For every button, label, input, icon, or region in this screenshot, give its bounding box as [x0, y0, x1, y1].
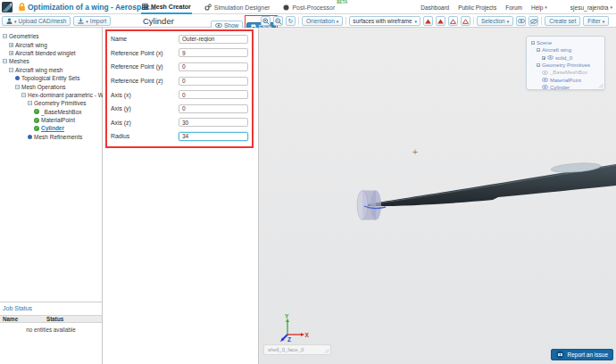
camera-icon [556, 351, 564, 359]
tree-item-geometry-primitives[interactable]: −Geometry Primitives [0, 99, 102, 107]
expand-icon[interactable]: + [9, 51, 13, 55]
eye-icon[interactable] [542, 78, 548, 82]
collapse-icon[interactable]: − [9, 68, 13, 72]
cad-buttons: ▾ Upload CAD/mesh ▾ Import [2, 16, 111, 26]
eye-icon[interactable] [547, 55, 554, 60]
scene-tree-panel[interactable]: −Scene −Aircraft wing + solid_0 −Geometr… [526, 36, 605, 90]
tree-item-basemeshbox[interactable]: ✓_BaseMeshBox [0, 108, 102, 116]
mesh-quality-button-1[interactable] [423, 16, 433, 26]
visibility-off-button[interactable] [529, 16, 538, 26]
selection-dropdown[interactable]: Selection▾ [477, 16, 513, 26]
import-button[interactable]: ▾ Import [73, 16, 111, 26]
field-label: Axis (x) [111, 92, 179, 98]
create-set-button[interactable]: Create set [545, 16, 580, 26]
field-label: Reference Point (x) [111, 50, 179, 56]
collapse-icon[interactable]: − [537, 48, 540, 52]
expand-icon[interactable]: + [542, 56, 545, 60]
user-menu[interactable]: sjesu_rajendra▾ [570, 4, 612, 11]
caret-down-icon: ▾ [603, 19, 605, 24]
nav-dashboard[interactable]: Dashboard [420, 4, 449, 11]
zoom-in-icon [262, 18, 270, 25]
scene-item-materialpoint[interactable]: MaterialPoint [529, 76, 603, 83]
cylinder-form-panel: Name Reference Point (x) Reference Point… [103, 28, 259, 364]
mesh-quality-button-3[interactable] [448, 16, 458, 26]
ref-point-z-input[interactable] [179, 77, 248, 86]
top-nav: Dashboard Public Projects Forum Help▾ sj… [420, 0, 612, 14]
collapse-icon[interactable]: − [3, 59, 7, 63]
collapse-icon[interactable]: − [3, 34, 7, 38]
tree-item-topological-entity-sets[interactable]: Topological Entity Sets [0, 74, 102, 82]
reset-view-button[interactable]: ↻ [286, 16, 296, 26]
tab-post-processor[interactable]: Post-Processor BETA [282, 0, 336, 14]
zoom-out-button[interactable] [273, 16, 283, 26]
ref-point-x-input[interactable] [179, 48, 248, 57]
mesh-quality-button-2[interactable] [436, 16, 445, 26]
scene-item-basemeshbox[interactable]: _BaseMeshBox [529, 69, 603, 76]
tab-mesh-creator[interactable]: Mesh Creator [141, 0, 192, 14]
collapse-icon[interactable]: − [531, 41, 535, 45]
orientation-dropdown[interactable]: Orientation▾ [302, 16, 343, 26]
ref-point-y-input[interactable] [179, 62, 248, 71]
eye-icon[interactable] [542, 70, 548, 75]
upload-cad-button[interactable]: ▾ Upload CAD/mesh [2, 16, 71, 26]
job-status-col-status: Status [46, 316, 63, 322]
mesh-quality-button-4[interactable] [461, 16, 470, 26]
scene-item-geometry-primitives[interactable]: −Geometry Primitives [529, 62, 603, 69]
scene-item-aircraft-wing[interactable]: −Aircraft wing [529, 46, 603, 54]
check-icon: ✓ [34, 126, 39, 131]
collapse-icon[interactable]: − [15, 85, 20, 89]
viewport-toolbar: ↻ Orientation▾ surfaces with wireframe▾ … [261, 16, 614, 26]
expand-icon[interactable]: + [9, 43, 13, 47]
name-input[interactable] [179, 35, 248, 44]
field-label: Reference Point (z) [111, 78, 179, 84]
scene-item-cylinder[interactable]: Cylinder [529, 84, 603, 91]
tree-item-aircraft-blended-winglet[interactable]: +Aircraft blended winglet [0, 49, 102, 57]
tab-label: Post-Processor [292, 4, 335, 11]
zoom-in-button[interactable] [261, 16, 271, 26]
field-row-ref-y: Reference Point (y) [111, 60, 248, 74]
app-logo[interactable] [2, 2, 12, 12]
scene-item-solid-0[interactable]: + solid_0 [529, 54, 603, 62]
filter-dropdown[interactable]: Filter▾ [583, 16, 609, 26]
axis-z-input[interactable] [179, 118, 248, 127]
visibility-on-button[interactable] [516, 16, 526, 26]
viewport[interactable]: + −Scene −Aircraft wing + solid_0 −Geome… [259, 28, 616, 364]
user-icon [6, 18, 12, 24]
toolbar-separator [298, 17, 299, 25]
tree-item-hex-dominant-parametric[interactable]: −Hex-dominant parametric - Wing [0, 91, 102, 99]
collapse-icon[interactable]: − [21, 93, 26, 97]
render-mode-select[interactable]: surfaces with wireframe▾ [349, 16, 420, 26]
workflow-tabs: Mesh Creator Simulation Designer Post-Pr… [141, 0, 336, 14]
nav-help[interactable]: Help▾ [531, 4, 547, 11]
grid-icon [142, 4, 148, 10]
tab-label: Mesh Creator [151, 4, 191, 10]
resize-handle-icon[interactable] [598, 83, 604, 88]
field-row-ref-z: Reference Point (z) [111, 74, 248, 88]
tree-item-geometries[interactable]: −Geometries [0, 32, 102, 40]
collapse-icon[interactable]: − [28, 101, 32, 105]
eye-icon [518, 19, 525, 23]
report-issue-button[interactable]: Report an issue [551, 349, 613, 360]
tree-item-mesh-operations[interactable]: −Mesh Operations [0, 82, 102, 90]
tree-item-mesh-refinements[interactable]: Mesh Refinements [0, 133, 102, 141]
scene-item-scene[interactable]: −Scene [529, 39, 603, 46]
tree-item-meshes[interactable]: −Meshes [0, 57, 102, 65]
tree-item-cylinder[interactable]: ✓Cylinder [0, 124, 102, 132]
field-label: Axis (z) [111, 120, 179, 126]
tree-item-aircraft-wing[interactable]: +Aircraft wing [0, 40, 102, 48]
field-label: Radius [111, 133, 179, 139]
toolbar-separator [473, 17, 474, 25]
tree-item-materialpoint[interactable]: ✓MaterialPoint [0, 116, 102, 124]
nav-forum[interactable]: Forum [505, 4, 522, 11]
axis-y-input[interactable] [179, 104, 248, 113]
tree-item-aircraft-wing-mesh[interactable]: −Aircraft wing mesh [0, 66, 102, 74]
tab-simulation-designer[interactable]: Simulation Designer [204, 0, 271, 14]
nav-public-projects[interactable]: Public Projects [458, 4, 496, 11]
eye-icon[interactable] [542, 85, 548, 89]
axis-x-input[interactable] [179, 90, 248, 99]
field-row-axis-z: Axis (z) [111, 116, 248, 130]
collapse-icon[interactable]: − [537, 63, 540, 67]
radius-input[interactable] [179, 132, 248, 141]
face-name-readout[interactable]: shell_0_face_0 [263, 344, 331, 355]
axis-x-label: X [305, 332, 310, 338]
